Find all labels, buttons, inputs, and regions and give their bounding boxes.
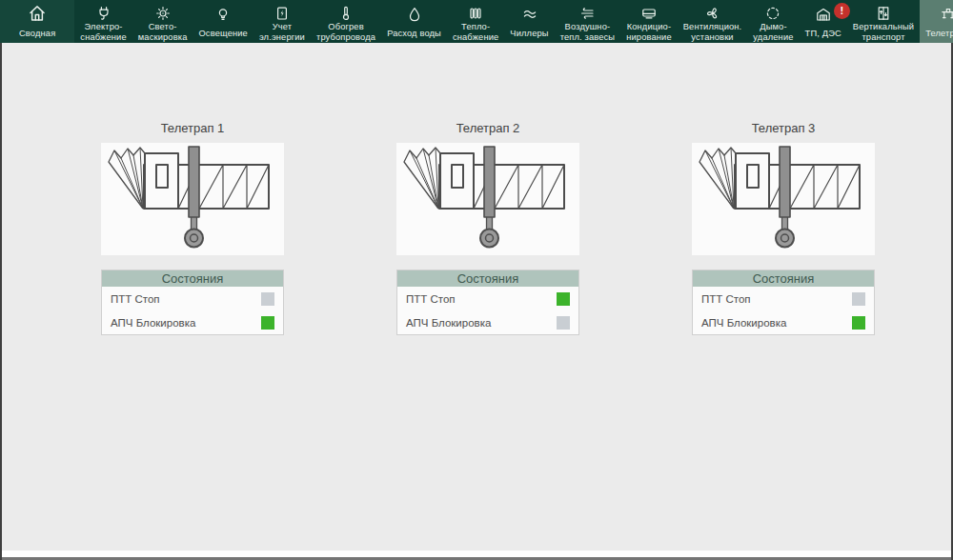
nav-tab-thermometer[interactable]: ! Обогрев трубопровода — [311, 0, 381, 43]
radiator-icon: ! — [467, 5, 484, 22]
panel-title: Телетрап 2 — [396, 121, 579, 136]
teletrap-panel: Телетрап 2 Состояния ПТТ С — [396, 121, 579, 335]
nav-tab-label: Учет эл.энергии — [259, 22, 305, 43]
states-table-header: Состояния — [397, 270, 578, 287]
substation-icon: ! — [814, 5, 833, 24]
horizontal-scrollbar[interactable] — [2, 550, 951, 557]
nav-tab-label: Электро- снабжение — [80, 22, 126, 43]
nav-tab-plug[interactable]: ! Электро- снабжение — [74, 0, 132, 43]
home-icon: ! — [27, 4, 48, 23]
panel-title: Телетрап 1 — [101, 121, 284, 136]
teletrap-panel: Телетрап 1 Состояния ПТТ С — [101, 121, 284, 335]
air-curtain-icon: ! — [578, 5, 597, 22]
nav-tab-jet-bridge[interactable]: ! Телетрапы — [920, 0, 953, 43]
jet-bridge-graphic — [692, 143, 875, 255]
nav-tab-radiator[interactable]: ! Тепло- снабжение — [447, 0, 504, 43]
nav-tab-bulb[interactable]: ! Освещение — [193, 0, 253, 43]
state-row: АПЧ Блокировка — [102, 310, 283, 334]
state-label: ПТТ Стоп — [701, 293, 751, 305]
state-row: АПЧ Блокировка — [693, 310, 874, 334]
nav-tab-label: Тепло- снабжение — [453, 22, 498, 43]
status-indicator — [261, 316, 274, 330]
nav-tab-label: Освещение — [198, 29, 247, 39]
smoke-exhaust-icon: ! — [764, 5, 781, 22]
state-row: ПТТ Стоп — [102, 287, 283, 310]
top-nav: ! Сводная ! Электро- снабжение ! Свето- … — [0, 0, 953, 43]
water-drop-icon: ! — [406, 5, 423, 24]
elevator-icon: ! — [875, 5, 892, 22]
nav-tab-smoke-exhaust[interactable]: ! Дымо- удаление — [747, 0, 799, 43]
blackout-light-icon: ! — [154, 5, 172, 22]
nav-tab-energy-meter[interactable]: ! Учет эл.энергии — [253, 0, 311, 43]
app-window: ! Сводная ! Электро- снабжение ! Свето- … — [0, 0, 953, 560]
status-indicator — [852, 292, 865, 306]
waves-icon: ! — [520, 5, 539, 24]
states-table: Состояния ПТТ Стоп АПЧ Блокировка — [101, 270, 284, 335]
plug-icon: ! — [95, 5, 112, 22]
nav-tab-label: Вертикальный транспорт — [853, 22, 914, 43]
state-label: ПТТ Стоп — [406, 293, 456, 305]
nav-tab-home[interactable]: ! Сводная — [0, 0, 74, 43]
jet-bridge-graphic — [101, 143, 284, 255]
states-table-header: Состояния — [693, 270, 874, 287]
status-indicator — [557, 316, 570, 330]
status-indicator — [852, 316, 865, 330]
nav-tab-waves[interactable]: ! Чиллеры — [504, 0, 554, 43]
jet-bridge-drawing — [692, 143, 875, 255]
jet-bridge-icon: ! — [939, 5, 953, 24]
teletrap-panel: Телетрап 3 Состояния ПТТ С — [692, 121, 875, 335]
nav-tab-blackout-light[interactable]: ! Свето- маскировка — [132, 0, 193, 43]
panel-title: Телетрап 3 — [692, 121, 875, 136]
nav-tab-water-drop[interactable]: ! Расход воды — [381, 0, 447, 43]
nav-tab-label: Вентиляцион. установки — [683, 22, 742, 43]
states-table: Состояния ПТТ Стоп АПЧ Блокировка — [396, 270, 579, 335]
state-row: АПЧ Блокировка — [397, 310, 578, 334]
state-label: АПЧ Блокировка — [111, 317, 195, 329]
bulb-icon: ! — [214, 5, 232, 24]
air-conditioner-icon: ! — [639, 5, 659, 22]
nav-tab-air-conditioner[interactable]: ! Кондицио- нирование — [620, 0, 678, 43]
nav-tab-label: Телетрапы — [925, 29, 953, 39]
nav-tab-label: Кондицио- нирование — [626, 22, 672, 43]
nav-tab-label: Расход воды — [387, 29, 441, 39]
jet-bridge-drawing — [396, 143, 579, 255]
state-row: ПТТ Стоп — [397, 287, 578, 310]
nav-tab-label: Дымо- удаление — [753, 22, 793, 43]
nav-tab-label: Свето- маскировка — [138, 22, 188, 43]
state-label: АПЧ Блокировка — [406, 317, 491, 329]
nav-tab-label: Обогрев трубопровода — [316, 22, 375, 43]
status-indicator — [261, 292, 274, 306]
energy-meter-icon: ! — [274, 5, 291, 22]
nav-tab-label: Воздушно- тепл. завесы — [560, 22, 616, 43]
alert-badge: ! — [834, 3, 850, 19]
states-table-header: Состояния — [102, 270, 283, 287]
state-label: АПЧ Блокировка — [701, 317, 786, 329]
thermometer-icon: ! — [337, 5, 355, 22]
nav-tab-air-curtain[interactable]: ! Воздушно- тепл. завесы — [555, 0, 621, 43]
content-area: Телетрап 1 Состояния ПТТ С — [0, 43, 953, 560]
nav-tab-label: Чиллеры — [510, 29, 548, 39]
states-table: Состояния ПТТ Стоп АПЧ Блокировка — [692, 270, 875, 335]
jet-bridge-graphic — [396, 143, 579, 255]
nav-tab-label: ТП, ДЭС — [805, 29, 841, 39]
fan-icon: ! — [704, 5, 721, 22]
nav-tab-fan[interactable]: ! Вентиляцион. установки — [678, 0, 748, 43]
nav-tab-substation[interactable]: ! ТП, ДЭС — [800, 0, 847, 43]
nav-tab-elevator[interactable]: ! Вертикальный транспорт — [847, 0, 920, 43]
state-row: ПТТ Стоп — [693, 287, 874, 310]
status-indicator — [557, 292, 570, 306]
jet-bridge-drawing — [101, 143, 284, 255]
nav-tab-label: Сводная — [19, 29, 55, 39]
state-label: ПТТ Стоп — [111, 293, 160, 305]
